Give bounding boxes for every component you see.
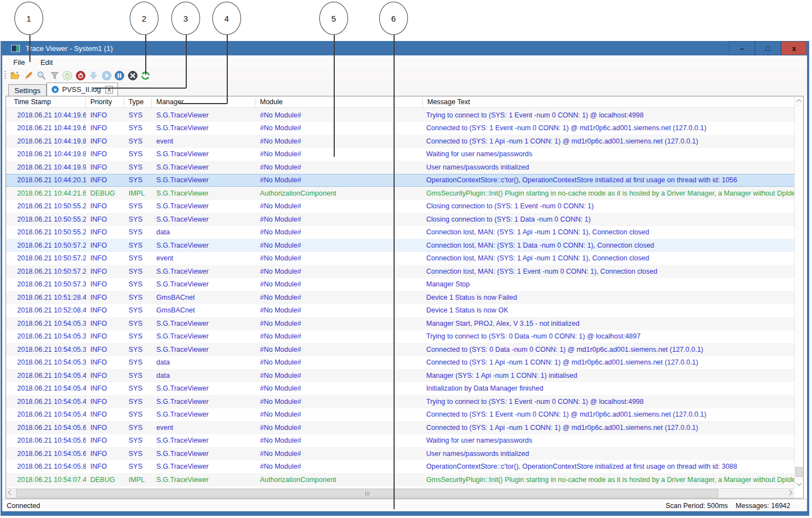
col-priority[interactable]: Priority <box>86 98 124 107</box>
play-icon[interactable] <box>101 70 112 81</box>
table-row[interactable]: 2018.06.21 10:50:55.283INFOSYSdata#No Mo… <box>6 226 794 239</box>
cell-priority: INFO <box>86 137 124 145</box>
cell-priority: INFO <box>86 242 124 249</box>
power-on-icon[interactable] <box>62 70 73 81</box>
cell-type: SYS <box>124 202 152 210</box>
table-row[interactable]: 2018.06.21 10:44:19.891INFOSYSS.G.TraceV… <box>6 148 794 161</box>
cell-priority: INFO <box>86 424 124 432</box>
close-button[interactable]: x <box>781 41 807 55</box>
table-row[interactable]: 2018.06.21 10:44:19.672INFOSYSS.G.TraceV… <box>6 109 794 122</box>
cell-module: #No Module# <box>256 176 423 184</box>
scroll-left-icon[interactable] <box>6 489 16 498</box>
cell-module: #No Module# <box>256 346 423 353</box>
table-row[interactable]: 2018.06.21 10:50:57.307INFOSYSS.G.TraceV… <box>6 278 794 291</box>
table-row[interactable]: 2018.06.21 10:54:05.454INFOSYSS.G.TraceV… <box>6 382 794 396</box>
cell-priority: INFO <box>86 346 124 353</box>
cell-manager: S.G.TraceViewer <box>152 280 256 288</box>
table-row[interactable]: 2018.06.21 10:44:20.101INFOSYSS.G.TraceV… <box>6 174 794 187</box>
cell-message: OperationContextStore::c'tor(), Operatio… <box>423 463 794 470</box>
table-row[interactable]: 2018.06.21 10:51:28.423INFOSYSGmsBACnet#… <box>6 291 794 304</box>
titlebar[interactable]: Trace Viewer - System1 (1) – □ x <box>2 41 807 55</box>
table-row[interactable]: 2018.06.21 10:50:55.265INFOSYSS.G.TraceV… <box>6 200 794 213</box>
table-row[interactable]: 2018.06.21 10:44:19.900INFOSYSS.G.TraceV… <box>6 161 794 174</box>
table-row[interactable]: 2018.06.21 10:54:05.886INFOSYSS.G.TraceV… <box>6 460 794 474</box>
tab-settings[interactable]: Settings <box>8 84 47 96</box>
cell-priority: INFO <box>86 216 124 223</box>
table-row[interactable]: 2018.06.21 10:54:05.430INFOSYSdata#No Mo… <box>6 369 794 382</box>
cell-priority: INFO <box>86 150 124 158</box>
cell-type: SYS <box>124 163 152 171</box>
col-message-text[interactable]: Message Text <box>423 98 794 107</box>
cell-priority: INFO <box>86 254 124 262</box>
table-row[interactable]: 2018.06.21 10:54:05.351INFOSYSS.G.TraceV… <box>6 317 794 330</box>
cell-type: IMPL <box>124 189 152 197</box>
table-row[interactable]: 2018.06.21 10:54:05.473INFOSYSS.G.TraceV… <box>6 408 794 422</box>
table-row[interactable]: 2018.06.21 10:50:57.284INFOSYSS.G.TraceV… <box>6 239 794 252</box>
horizontal-scrollbar[interactable] <box>6 488 794 498</box>
col-time-stamp[interactable]: Time Stamp <box>6 98 86 107</box>
table-row[interactable]: 2018.06.21 10:54:05.691INFOSYSS.G.TraceV… <box>6 447 794 460</box>
cell-message: GmsSecurityPlugin::Init() Plugin startin… <box>423 189 794 197</box>
cell-type: SYS <box>124 216 152 223</box>
cell-module: AuthorizationComponent <box>256 476 423 484</box>
cell-module: #No Module# <box>256 372 423 379</box>
arrow-down-icon[interactable] <box>88 70 99 81</box>
horizontal-scroll-thumb[interactable] <box>16 489 718 498</box>
minimize-button[interactable]: – <box>729 41 755 55</box>
scroll-down-icon[interactable] <box>795 479 803 488</box>
toolbar <box>2 69 807 82</box>
cell-ts: 2018.06.21 10:50:57.292 <box>6 254 86 262</box>
callout-line-3h <box>93 88 186 89</box>
col-type[interactable]: Type <box>124 98 152 107</box>
menu-edit[interactable]: Edit <box>36 57 57 68</box>
col-module[interactable]: Module <box>256 98 423 107</box>
cell-manager: S.G.TraceViewer <box>152 150 256 158</box>
cell-type: SYS <box>124 242 152 249</box>
open-file-icon[interactable] <box>10 70 21 81</box>
cell-priority: INFO <box>86 124 124 132</box>
table-row[interactable]: 2018.06.21 10:54:05.684INFOSYSS.G.TraceV… <box>6 434 794 448</box>
cell-message: Connection lost, MAN: (SYS: 1 Api -num 1… <box>423 228 794 236</box>
edit-pencil-icon[interactable] <box>23 70 34 81</box>
table-row[interactable]: 2018.06.21 10:54:05.673INFOSYSevent#No M… <box>6 421 794 434</box>
cell-module: #No Module# <box>256 216 423 223</box>
cell-type: SYS <box>124 411 152 418</box>
table-row[interactable]: 2018.06.21 10:54:05.387INFOSYSS.G.TraceV… <box>6 343 794 356</box>
table-row[interactable]: 2018.06.21 10:54:05.462INFOSYSS.G.TraceV… <box>6 395 794 408</box>
cell-module: #No Module# <box>256 450 423 458</box>
pause-icon[interactable] <box>114 70 125 81</box>
tab-pvss-log[interactable]: PVSS_II.log x <box>47 83 118 96</box>
scroll-right-icon[interactable] <box>785 489 794 498</box>
table-row[interactable]: 2018.06.21 10:44:19.683INFOSYSS.G.TraceV… <box>6 122 794 135</box>
maximize-button[interactable]: □ <box>755 41 781 55</box>
col-manager[interactable]: Manager <box>152 98 256 107</box>
scroll-up-icon[interactable] <box>795 96 803 106</box>
cell-ts: 2018.06.21 10:44:19.683 <box>6 124 86 132</box>
cell-module: #No Module# <box>256 384 423 392</box>
cancel-icon[interactable] <box>127 70 138 81</box>
power-off-icon[interactable] <box>75 70 86 81</box>
table-row[interactable]: 2018.06.21 10:54:05.373INFOSYSS.G.TraceV… <box>6 330 794 343</box>
table-row[interactable]: 2018.06.21 10:50:57.298INFOSYSS.G.TraceV… <box>6 265 794 278</box>
menu-file[interactable]: File <box>9 57 29 68</box>
cell-module: #No Module# <box>256 463 423 470</box>
callout-4: 4 <box>212 2 241 35</box>
vertical-scroll-thumb[interactable] <box>795 467 803 477</box>
tab-close-icon[interactable]: x <box>105 86 113 94</box>
table-row[interactable]: 2018.06.21 10:50:55.273INFOSYSS.G.TraceV… <box>6 213 794 226</box>
search-icon[interactable] <box>36 70 47 81</box>
table-row[interactable]: 2018.06.21 10:44:21.617DEBUGIMPLS.G.Trac… <box>6 187 794 200</box>
cell-module: #No Module# <box>256 202 423 210</box>
table-row[interactable]: 2018.06.21 10:44:19.880INFOSYSevent#No M… <box>6 135 794 148</box>
table-row[interactable]: 2018.06.21 10:54:05.398INFOSYSdata#No Mo… <box>6 356 794 370</box>
table-row[interactable]: 2018.06.21 10:54:07.410DEBUGIMPLS.G.Trac… <box>6 473 794 486</box>
cell-priority: INFO <box>86 398 124 406</box>
table-row[interactable]: 2018.06.21 10:52:08.429INFOSYSGmsBACnet#… <box>6 304 794 317</box>
vertical-scrollbar[interactable] <box>794 96 803 488</box>
toolbar-grip[interactable] <box>4 71 6 80</box>
cell-manager: S.G.TraceViewer <box>152 189 256 197</box>
filter-icon[interactable] <box>49 70 60 81</box>
cell-module: #No Module# <box>256 268 423 275</box>
cell-message: OperationContextStore::c'tor(), Operatio… <box>423 176 794 184</box>
table-row[interactable]: 2018.06.21 10:50:57.292INFOSYSevent#No M… <box>6 252 794 265</box>
